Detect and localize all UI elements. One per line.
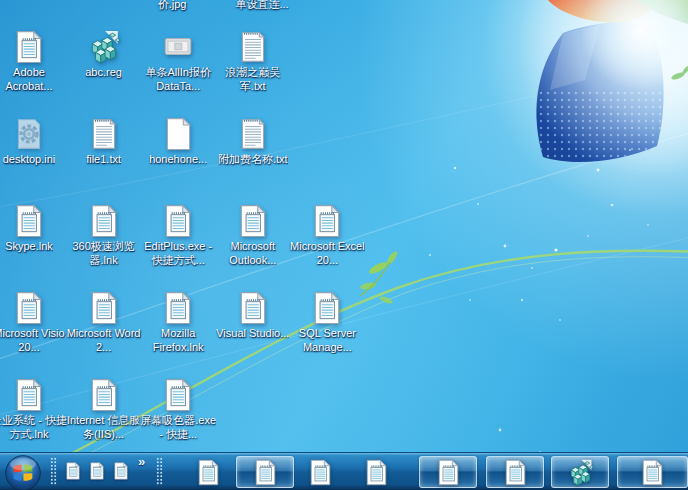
generic-doc-icon — [236, 291, 270, 325]
taskbar-window-button[interactable] — [617, 456, 688, 488]
desktop-icon[interactable]: 单条AllIn报价DataTa... — [140, 30, 216, 93]
desktop-icon[interactable]: Microsoft Word 2... — [66, 291, 142, 354]
desktop-icon-label: desktop.ini — [3, 153, 56, 167]
generic-doc-icon — [252, 459, 279, 486]
generic-doc-icon — [12, 30, 46, 64]
quick-launch-overflow-chevron[interactable]: » — [138, 454, 145, 469]
generic-doc-icon — [310, 204, 344, 238]
generic-doc-icon — [236, 204, 270, 238]
desktop-icon-label: 单条AllIn报价DataTa... — [140, 66, 216, 93]
desktop-icon[interactable]: Mozilla Firefox.lnk — [140, 291, 216, 354]
taskbar-window-button[interactable] — [354, 456, 398, 488]
desktop-icon[interactable]: EditPlus.exe - 快捷方式... — [140, 204, 216, 267]
generic-doc-icon — [161, 291, 195, 325]
windows-desktop-screen: Adobe Acrobat...abc.reg单条AllIn报价DataTa..… — [0, 0, 688, 490]
taskbar-window-button[interactable] — [298, 456, 342, 488]
desktop-icon-label: Mozilla Firefox.lnk — [140, 327, 216, 354]
desktop-icon[interactable]: 屏幕吸色器.exe - 快捷... — [140, 378, 216, 441]
txt-notepad-icon — [87, 117, 121, 151]
desktop-icon-label: Visual Studio... — [216, 327, 289, 341]
desktop-icon[interactable]: desktop.ini — [0, 117, 67, 167]
toolbar-grip-handle[interactable] — [50, 457, 57, 486]
desktop-icon[interactable]: Visual Studio... — [215, 291, 291, 341]
desktop-icon-label: EditPlus.exe - 快捷方式... — [140, 240, 216, 267]
desktop-icon-label: abc.reg — [85, 66, 122, 80]
desktop-icon[interactable]: Adobe Acrobat... — [0, 30, 67, 93]
taskbar: » — [0, 452, 688, 490]
generic-doc-icon — [12, 378, 46, 412]
desktop-icon[interactable]: honehone... — [140, 117, 216, 167]
desktop-icon[interactable]: 360极速浏览器.lnk — [66, 204, 142, 267]
desktop-icon[interactable]: abc.reg — [66, 30, 142, 80]
generic-doc-icon — [87, 378, 121, 412]
ini-gear-icon — [12, 117, 46, 151]
desktop-icon-label: Microsoft Excel 20... — [289, 240, 365, 267]
desktop-icon-grid: Adobe Acrobat...abc.reg单条AllIn报价DataTa..… — [0, 0, 688, 452]
desktop-icon[interactable]: SQL Server Manage... — [289, 291, 365, 354]
generic-doc-icon — [161, 204, 195, 238]
txt-notepad-icon — [236, 30, 270, 64]
desktop-icon-label: Microsoft Outlook... — [215, 240, 291, 267]
taskbar-window-button[interactable] — [486, 456, 544, 488]
generic-doc-icon — [12, 204, 46, 238]
desktop-icon-label-clipped[interactable]: 价.jpg — [158, 0, 187, 11]
desktop-icon[interactable]: 浪潮之巅吴军.txt — [215, 30, 291, 93]
generic-doc-icon — [639, 459, 666, 486]
desktop-icon-label: Skype.lnk — [5, 240, 53, 254]
desktop-icon[interactable]: 企业系统 - 快捷方式.lnk — [0, 378, 67, 441]
desktop-icon[interactable]: Internet 信息服务(IIS)... — [66, 378, 142, 441]
generic-doc-icon — [310, 291, 344, 325]
generic-doc-icon — [88, 462, 106, 480]
generic-doc-icon — [87, 291, 121, 325]
taskband-grip-handle[interactable] — [156, 457, 163, 486]
desktop-icon-label: Adobe Acrobat... — [0, 66, 67, 93]
quick-launch-item[interactable] — [112, 462, 130, 480]
desktop-icon-label: Microsoft Word 2... — [66, 327, 142, 354]
desktop-icon-label: 屏幕吸色器.exe - 快捷... — [140, 414, 216, 441]
windows-logo-icon — [4, 454, 42, 490]
desktop-icon-label: Microsoft Visio 20... — [0, 327, 67, 354]
desktop-icon-label: SQL Server Manage... — [289, 327, 365, 354]
desktop-icon-label: 企业系统 - 快捷方式.lnk — [0, 414, 67, 441]
generic-doc-icon — [435, 459, 462, 486]
blank-doc-icon — [161, 117, 195, 151]
desktop-icon[interactable]: Microsoft Excel 20... — [289, 204, 365, 267]
desktop-icon[interactable]: Microsoft Outlook... — [215, 204, 291, 267]
reg-cubes-icon — [87, 30, 121, 64]
generic-doc-icon — [161, 378, 195, 412]
generic-doc-icon — [64, 462, 82, 480]
desktop-icon-label: honehone... — [149, 153, 207, 167]
generic-doc-icon — [195, 459, 222, 486]
generic-doc-icon — [112, 462, 130, 480]
desktop-icon[interactable]: 附加费名称.txt — [215, 117, 291, 167]
quick-launch-item[interactable] — [88, 462, 106, 480]
generic-doc-icon — [12, 291, 46, 325]
desktop-icon-label: 360极速浏览器.lnk — [66, 240, 142, 267]
quick-launch-item[interactable] — [64, 462, 82, 480]
start-button[interactable] — [4, 454, 42, 490]
taskbar-window-button[interactable] — [419, 456, 477, 488]
reg-cubes-icon — [567, 459, 594, 486]
desktop-icon-label: Internet 信息服务(IIS)... — [66, 414, 142, 441]
taskbar-window-button[interactable] — [236, 456, 294, 488]
generic-doc-icon — [363, 459, 390, 486]
desktop-icon-label: file1.txt — [86, 153, 121, 167]
desktop-icon[interactable]: Microsoft Visio 20... — [0, 291, 67, 354]
taskbar-window-button[interactable] — [551, 456, 609, 488]
desktop-icon[interactable]: file1.txt — [66, 117, 142, 167]
desktop-icon[interactable]: Skype.lnk — [0, 204, 67, 254]
generic-doc-icon — [87, 204, 121, 238]
txt-notepad-icon — [236, 117, 270, 151]
generic-doc-icon — [307, 459, 334, 486]
generic-doc-icon — [502, 459, 529, 486]
desktop-icon-label: 浪潮之巅吴军.txt — [215, 66, 291, 93]
taskbar-window-button[interactable] — [186, 456, 230, 488]
desktop-icon-label: 附加费名称.txt — [218, 153, 288, 167]
gray-window-icon — [161, 30, 195, 64]
desktop-icon-label-clipped[interactable]: 单设直连... — [235, 0, 288, 11]
